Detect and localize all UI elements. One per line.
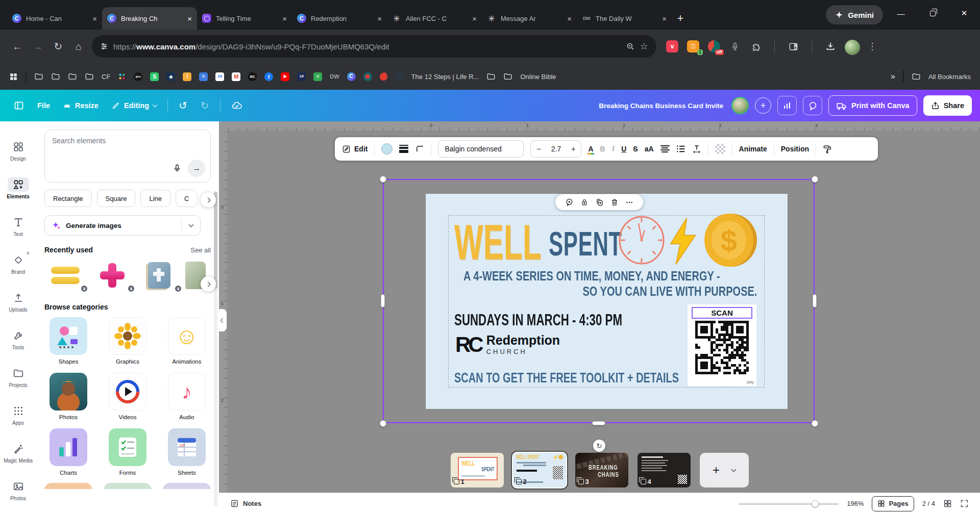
sidebar-item-apps[interactable]: Apps (0, 396, 36, 433)
tab-telling-time[interactable]: Telling Time × (197, 7, 292, 30)
animate-button[interactable]: Animate (739, 145, 767, 153)
zoom-out-icon[interactable] (626, 42, 635, 51)
home-button[interactable]: ⌂ (68, 36, 89, 57)
chip-square[interactable]: Square (97, 190, 136, 207)
zoom-slider-track[interactable] (739, 503, 839, 505)
redo-button[interactable]: ↻ (195, 95, 215, 116)
folder-icon[interactable] (503, 72, 512, 81)
bold-button[interactable]: B (600, 145, 605, 153)
tab-home[interactable]: C Home - Can × (7, 7, 102, 30)
corner-rounding-icon[interactable] (415, 144, 424, 153)
tab-message[interactable]: ✳ Message Ar × (482, 7, 577, 30)
steps-bookmark-icon[interactable] (395, 72, 404, 81)
tab-redemption[interactable]: C Redemption × (292, 7, 387, 30)
bookmark-cf[interactable]: CF (102, 73, 110, 81)
church-logo[interactable]: RC RedemptionCHURCH (455, 332, 560, 357)
add-comment-icon[interactable] (565, 198, 574, 207)
pages-view-button[interactable]: Pages (872, 496, 914, 511)
red-bookmark-icon[interactable] (380, 72, 387, 81)
scan-label[interactable]: SCAN (692, 307, 752, 319)
collapse-pages-icon[interactable] (731, 467, 737, 472)
more-options-icon[interactable] (625, 198, 633, 207)
document-title[interactable]: Breaking Chains Business Card Invite (599, 102, 723, 110)
tree-bookmark-icon[interactable]: ♣ (166, 72, 175, 81)
add-collaborator-button[interactable]: + (755, 97, 771, 114)
password-extension-icon[interactable]: ⚿1 (687, 40, 700, 53)
microphone-icon[interactable] (728, 40, 742, 53)
generate-dropdown-icon[interactable] (182, 224, 200, 226)
generate-images-button[interactable]: Generate images (44, 215, 201, 236)
resize-handle-se[interactable] (812, 420, 818, 427)
tab-close-icon[interactable]: × (377, 14, 382, 23)
design-title-spent[interactable]: SPENT (549, 224, 622, 263)
delete-icon[interactable] (610, 198, 619, 207)
tab-close-icon[interactable]: × (187, 14, 192, 23)
panel-collapse-handle[interactable] (219, 309, 227, 331)
sidebar-item-projects[interactable]: Projects (0, 358, 36, 396)
underline-button[interactable]: U (621, 145, 626, 153)
tab-breaking-chains[interactable]: C Breaking Ch × (102, 7, 197, 30)
calendar-bookmark-icon[interactable]: 24 (215, 72, 224, 81)
qr-code-block[interactable]: SCAN bitly (688, 304, 756, 386)
sidebar-item-brand[interactable]: ♛Brand (0, 245, 36, 282)
sidebar-item-uploads[interactable]: Uploads (0, 282, 36, 320)
facebook-bookmark-icon[interactable]: f (264, 72, 273, 81)
search-input[interactable] (52, 137, 203, 145)
youtube-bookmark-icon[interactable]: ▶ (281, 72, 289, 81)
adblock-extension-icon[interactable]: off (707, 40, 721, 53)
address-bar[interactable]: https://www.canva.com/design/DAG9-i3hNsw… (92, 35, 656, 58)
design-title-well[interactable]: WELL (454, 214, 542, 270)
tab-close-icon[interactable]: × (472, 14, 477, 23)
tab-allen-fcc[interactable]: ✳ Allen FCC - C × (387, 7, 482, 30)
sidebar-item-photos[interactable]: Photos (0, 471, 36, 509)
fullscreen-icon[interactable] (960, 499, 969, 508)
folder-icon[interactable] (85, 72, 94, 81)
folder-icon[interactable] (68, 72, 77, 81)
resize-handle-e[interactable] (813, 294, 817, 307)
forward-button[interactable]: → (28, 36, 48, 57)
chip-line[interactable]: Line (140, 190, 170, 207)
minimize-button[interactable]: — (885, 0, 917, 27)
text-color-button[interactable]: A (588, 145, 593, 153)
category-videos[interactable]: Videos (104, 373, 152, 420)
resize-handle-s[interactable] (592, 421, 605, 425)
clock-illustration[interactable] (617, 215, 667, 265)
bookmarks-overflow-icon[interactable]: » (891, 72, 895, 81)
undo-button[interactable]: ↺ (173, 95, 193, 116)
save-status-icon[interactable] (226, 95, 248, 116)
bag-bookmark-icon[interactable] (363, 72, 372, 81)
dw-bookmark[interactable]: DW (330, 73, 339, 80)
folder-icon[interactable] (34, 72, 43, 81)
tab-daily-w[interactable]: DW The Daily W × (577, 7, 672, 30)
copy-style-roller-icon[interactable] (823, 144, 832, 154)
category-charts[interactable]: Charts (44, 428, 92, 476)
lightning-bolt-illustration[interactable] (666, 217, 699, 265)
resize-handle-sw[interactable] (380, 420, 386, 427)
design-subtitle-line2[interactable]: SO YOU CAN LIVE WITH PURPOSE. (582, 284, 757, 299)
folder-icon[interactable] (51, 72, 60, 81)
voice-search-icon[interactable] (173, 164, 182, 173)
page-thumbnail-4[interactable]: 4 (638, 453, 691, 487)
tab-close-icon[interactable]: × (282, 14, 287, 23)
category-photos[interactable]: Photos (44, 373, 92, 420)
side-panel-icon[interactable] (787, 40, 800, 53)
profile-avatar[interactable] (845, 40, 858, 53)
lock-icon[interactable] (580, 198, 589, 207)
sidebar-item-text[interactable]: Text (0, 207, 36, 245)
category-audio[interactable]: ♪Audio (163, 373, 211, 420)
resize-button[interactable]: Resize (58, 95, 104, 116)
extensions-puzzle-icon[interactable] (749, 40, 763, 53)
border-weight-icon[interactable] (399, 145, 408, 153)
recent-scroll-right-icon[interactable] (201, 276, 216, 292)
text-spacing-button[interactable] (692, 144, 701, 153)
generate-main[interactable]: Generate images (45, 221, 181, 230)
editing-mode-button[interactable]: Editing (106, 95, 162, 116)
grid-view-icon[interactable] (943, 499, 952, 508)
category-animations[interactable]: ☺Animations (163, 317, 211, 365)
sidebar-item-magic-media[interactable]: Magic Media (0, 433, 36, 471)
list-bookmark-icon[interactable]: ≡ (313, 72, 322, 81)
chip-circle-partial[interactable]: C (176, 190, 198, 207)
zoom-slider-knob[interactable] (812, 500, 819, 507)
chip-rectangle[interactable]: Rectangle (44, 190, 92, 207)
all-bookmarks[interactable]: All Bookmarks (928, 73, 971, 81)
